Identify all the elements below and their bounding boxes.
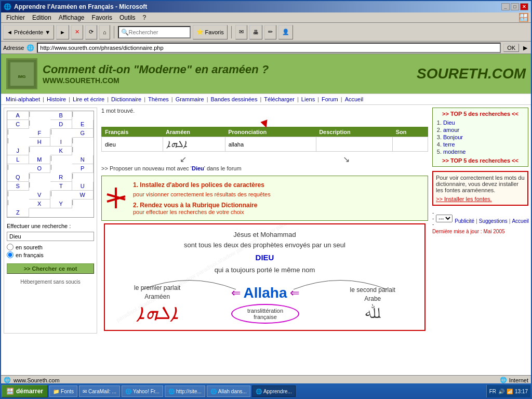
menu-help[interactable]: ?	[140, 13, 150, 22]
discuss-button[interactable]: 👤	[278, 25, 293, 39]
allaha-row: ⇐ Allaha ⇐	[231, 285, 299, 301]
letter-E[interactable]: E	[72, 120, 94, 129]
print-button[interactable]: 🖶	[249, 25, 262, 39]
nav-forum[interactable]: Forum	[320, 96, 340, 103]
letter-H[interactable]: H	[29, 138, 51, 147]
forward-button[interactable]: ►	[56, 25, 69, 39]
taskbar-site[interactable]: 🌐 http://site...	[165, 385, 205, 397]
top5-link-1[interactable]: Dieu	[443, 119, 455, 126]
accueil-link[interactable]: Accueil	[512, 218, 528, 224]
top5-link-2[interactable]: amour	[443, 127, 459, 133]
radio-francais[interactable]	[7, 251, 14, 258]
letter-T[interactable]: T	[50, 182, 72, 191]
nav-dictionnaire[interactable]: Dictionnaire	[109, 96, 143, 103]
top5-link-3[interactable]: Bonjour	[443, 134, 463, 140]
cell-francais: dieu	[102, 137, 163, 152]
letter-F[interactable]: F	[29, 129, 51, 138]
print-icon: 🖶	[253, 29, 259, 35]
letter-I[interactable]: I	[50, 138, 72, 147]
letter-Y[interactable]: Y	[50, 200, 72, 208]
letter-S[interactable]: S	[7, 182, 29, 191]
search-button[interactable]: >> Chercher ce mot	[7, 263, 94, 274]
favorites-button[interactable]: ⭐ Favoris	[193, 25, 228, 39]
letter-K[interactable]: K	[50, 147, 72, 155]
status-zone: Internet	[509, 377, 528, 383]
letter-L[interactable]: L	[7, 155, 29, 164]
close-button[interactable]: ✕	[520, 3, 528, 10]
separator1	[114, 26, 114, 38]
radio-soureth[interactable]	[7, 244, 14, 250]
refresh-button[interactable]: ⟳	[85, 25, 97, 39]
fontes-box: Pour voir correctement les mots du dicti…	[432, 171, 528, 206]
search-word-input[interactable]	[7, 232, 94, 241]
nav-lire-ecrire[interactable]: Lire et écrire	[71, 96, 107, 103]
maximize-button[interactable]: □	[511, 3, 519, 10]
main-layout: A | B | C | D E | F | G | H I | J	[1, 105, 531, 336]
nav-bd[interactable]: Bandes dessinées	[209, 96, 260, 103]
letter-B[interactable]: B	[50, 111, 72, 120]
cell-prononciation: allaha	[225, 137, 316, 152]
menu-affichage[interactable]: Affichage	[56, 13, 88, 22]
publi-link[interactable]: Publicité	[455, 218, 474, 224]
letter-X[interactable]: X	[29, 200, 51, 208]
taskbar-caramail[interactable]: ✉ CaraMail: ...	[79, 385, 120, 397]
edit-button[interactable]: ✏	[264, 25, 276, 39]
top5-link-4[interactable]: terre	[443, 141, 455, 148]
letter-Q[interactable]: Q	[7, 173, 29, 182]
start-button[interactable]: 🪟 démarrer	[2, 385, 48, 397]
top5-title-bottom: >> TOP 5 des recherches <<	[435, 157, 525, 164]
search-icon: 🔍	[121, 29, 129, 36]
nav-telecharger[interactable]: Télécharger	[262, 96, 297, 103]
right-sidebar: >> TOP 5 des recherches << Dieu amour Bo…	[432, 108, 528, 334]
taskbar-yahoo[interactable]: 🌐 Yahoo! Fr...	[122, 385, 163, 397]
top5-box: >> TOP 5 des recherches << Dieu amour Bo…	[432, 108, 528, 167]
letter-W[interactable]: W	[72, 191, 94, 200]
cell-arameen: ܐܠܗܐ	[163, 137, 225, 152]
back-button[interactable]: ◄ ◄ Précédente Précédente ▼	[3, 25, 54, 39]
search-input[interactable]	[129, 29, 188, 35]
letter-V[interactable]: V	[29, 191, 51, 200]
stop-button[interactable]: ✕	[71, 25, 83, 39]
fontes-link[interactable]: >> Installer les fontes.	[436, 196, 492, 202]
letter-C[interactable]: C	[7, 120, 29, 129]
center-content: 1 mot trouvé. ▼ Français Araméen Prononc…	[97, 108, 432, 334]
letter-D[interactable]: D	[50, 120, 72, 129]
taskbar-fonts[interactable]: 📁 Fonts	[49, 385, 77, 397]
home-button[interactable]: ⌂	[99, 25, 110, 39]
col-son: Son	[393, 127, 428, 137]
window-titlebar: 🌐 Apprendre l'Araméen en Français - Micr…	[1, 1, 531, 12]
promo-left-label2: Araméen	[134, 293, 180, 300]
mail-button[interactable]: ✉	[235, 25, 247, 39]
letter-M[interactable]: M	[29, 155, 51, 164]
letter-R[interactable]: R	[50, 173, 72, 182]
suggestions-link[interactable]: Suggestions	[479, 218, 508, 224]
menu-fichier[interactable]: Fichier	[3, 13, 28, 22]
nav-histoire[interactable]: Histoire	[45, 96, 68, 103]
home-icon: ⌂	[103, 29, 107, 35]
taskbar-allah[interactable]: 🌐 Allah dans...	[207, 385, 250, 397]
step2b-text: pour effectuer les recherches de votre c…	[133, 209, 422, 215]
letter-P[interactable]: P	[72, 164, 94, 173]
url-input[interactable]	[37, 43, 501, 53]
letter-G[interactable]: G	[72, 129, 94, 138]
taskbar-apprendre[interactable]: 🌐 Apprendre...	[252, 385, 296, 397]
letter-N[interactable]: N	[72, 155, 94, 164]
nav-liens[interactable]: Liens	[299, 96, 317, 103]
go-button[interactable]: OK	[503, 44, 519, 52]
nav-accueil[interactable]: Accueil	[343, 96, 365, 103]
nav-themes[interactable]: Thèmes	[146, 96, 171, 103]
letter-O[interactable]: O	[29, 164, 51, 173]
menu-favoris[interactable]: Favoris	[89, 13, 115, 22]
top5-link-5[interactable]: moderne	[443, 149, 466, 155]
menu-outils[interactable]: Outils	[116, 13, 139, 22]
minimize-button[interactable]: _	[501, 3, 510, 10]
menu-edition[interactable]: Edition	[29, 13, 55, 22]
nav-grammaire[interactable]: Grammaire	[174, 96, 206, 103]
letter-Z[interactable]: Z	[7, 208, 29, 217]
letter-J[interactable]: J	[7, 147, 29, 155]
dropdown-select[interactable]: ---	[436, 215, 453, 222]
nav-mini-alphabet[interactable]: Mini-alphabet	[4, 96, 42, 103]
letter-A[interactable]: A	[7, 111, 29, 120]
letter-U[interactable]: U	[72, 182, 94, 191]
tray-icon1: 🔊	[498, 389, 504, 394]
